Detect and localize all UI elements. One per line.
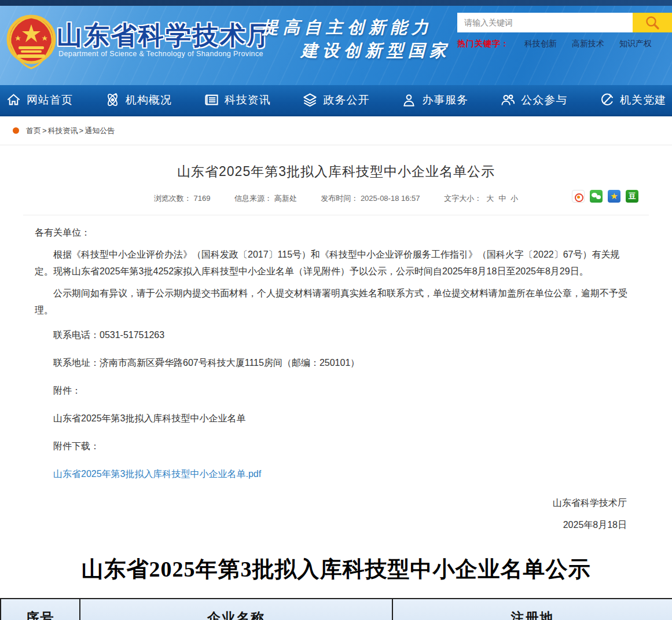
site-subtitle: Department of Science & Technology of Sh… [58,50,263,58]
search-input[interactable] [457,13,633,32]
meta-divider [23,215,649,215]
paragraph-1: 根据《科技型中小企业评价办法》（国科发政〔2017〕115号）和《科技型中小企业… [35,246,637,280]
hot-keywords-label: 热门关键字： [457,39,509,49]
site-banner: 山东省科学技术厅 Department of Science & Technol… [0,6,672,85]
table-title: 山东省2025年第3批拟入库科技型中小企业名单公示 [0,555,672,584]
attachment-name: 山东省2025年第3批拟入库科技型中小企业名单 [35,408,637,430]
search-button[interactable] [633,13,672,32]
article: 山东省2025年第3批拟入库科技型中小企业名单公示 浏览次数： 7169 信息来… [0,163,672,536]
table-header-row: 序号 企业名称 注册地 [1,599,672,620]
person-badge-icon [401,92,417,108]
hot-keyword-link[interactable]: 知识产权 [619,39,652,49]
atom-icon [105,92,120,108]
nav-item-news[interactable]: 科技资讯 [201,92,273,108]
attachment-pdf-link[interactable]: 山东省2025年第3批拟入库科技型中小企业名单.pdf [53,469,261,479]
contact-address: 联系地址：济南市高新区舜华路607号科技大厦1115房间（邮编：250101） [35,352,637,374]
breadcrumb-separator: > [79,126,84,135]
site-title: 山东省科学技术厅 [57,19,274,53]
signature-org: 山东省科学技术厅 [23,492,649,514]
slogan-line-2: 建设创新型国家 [301,39,451,63]
hot-keyword-link[interactable]: 科技创新 [524,39,557,49]
nav-label: 政务公开 [323,93,369,108]
search-icon [645,15,660,30]
nav-label: 网站首页 [27,93,73,108]
nav-label: 公众参与 [521,93,567,108]
nav-label: 机关党建 [620,93,666,108]
col-header-company: 企业名称 [80,599,392,620]
news-icon [204,92,219,108]
hot-keyword-link[interactable]: 高新技术 [572,39,604,49]
people-icon [500,92,516,108]
breadcrumb-home[interactable]: 首页 [26,126,41,136]
party-emblem-icon [599,92,615,108]
fontsize-large[interactable]: 大 [486,194,494,203]
main-nav: 网站首页 机构概况 科技资讯 政务公开 [0,85,672,116]
layers-icon [302,92,318,108]
search-box [457,13,672,32]
page: 山东省科学技术厅 Department of Science & Technol… [0,0,672,620]
col-header-index: 序号 [1,599,80,620]
qzone-icon[interactable]: ★ [608,190,620,203]
slogan-line-1: 提高自主创新能力 [262,16,433,39]
download-label: 附件下载： [35,435,637,457]
breadcrumb-news[interactable]: 科技资讯 [48,126,78,136]
contact-phone: 联系电话：0531-51751263 [35,324,637,346]
article-body: 各有关单位： 根据《科技型中小企业评价办法》（国科发政〔2017〕115号）和《… [23,224,649,485]
nav-item-party[interactable]: 机关党建 [597,92,669,108]
attachment-label: 附件： [35,380,637,402]
breadcrumb-notices[interactable]: 通知公告 [85,126,115,136]
article-meta: 浏览次数： 7169 信息来源： 高新处 发布时间： 2025-08-18 16… [23,193,649,207]
company-table: 序号 企业名称 注册地 1489 临朐祥泰光伏发电有限公司 山东省/潍坊市/临朐… [0,598,672,620]
share-bar: ★ 豆 [572,190,638,203]
nav-item-gov-info[interactable]: 政务公开 [300,92,372,108]
info-source: 信息来源： 高新处 [234,194,297,203]
breadcrumb-separator: > [42,126,47,135]
home-icon [6,92,21,108]
fontsize-small[interactable]: 小 [511,194,518,203]
publish-time: 发布时间： 2025-08-18 16:57 [321,194,420,203]
fontsize-label: 文字大小： [444,194,482,203]
article-title: 山东省2025年第3批拟入库科技型中小企业名单公示 [23,163,649,181]
weibo-icon[interactable] [572,190,585,203]
hot-keywords-row: 热门关键字： 科技创新 高新技术 知识产权 [457,39,652,49]
breadcrumb-dot-icon [13,127,19,134]
national-emblem-logo [6,13,57,71]
nav-item-participation[interactable]: 公众参与 [498,92,570,108]
breadcrumb: 首页 > 科技资讯 > 通知公告 [0,116,672,145]
signature-date: 2025年8月18日 [23,514,649,536]
nav-item-about[interactable]: 机构概况 [102,92,174,108]
fontsize-medium[interactable]: 中 [498,194,506,203]
col-header-location: 注册地 [392,599,672,620]
nav-item-home[interactable]: 网站首页 [3,92,75,108]
views-count: 浏览次数： 7169 [154,194,211,203]
nav-label: 机构概况 [126,93,172,108]
top-strip [0,0,672,6]
nav-item-services[interactable]: 办事服务 [399,92,471,108]
douban-icon[interactable]: 豆 [626,190,638,203]
nav-label: 办事服务 [422,93,468,108]
nav-label: 科技资讯 [225,93,271,108]
paragraph-2: 公示期间如有异议，请于公示期内提交书面材料，个人提交材料请署明真实姓名和联系方式… [35,285,637,318]
wechat-icon[interactable] [590,190,603,203]
fontsize-control: 文字大小：大中小 [444,194,518,203]
salutation: 各有关单位： [35,224,637,241]
